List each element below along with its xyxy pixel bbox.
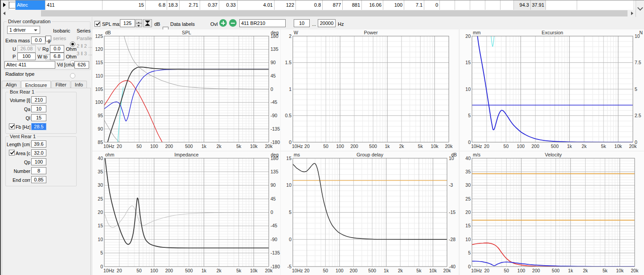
x-axis-tick: 10Hz: [103, 268, 115, 273]
row-checkbox[interactable]: [9, 2, 16, 8]
remove-overlay-button[interactable]: [229, 19, 237, 27]
freq-max-input[interactable]: 20000: [318, 19, 336, 27]
x-axis-tick: 10Hz: [292, 268, 303, 273]
driver-value-cell[interactable]: 0.33: [219, 0, 238, 10]
driver-value-cell[interactable]: 15: [103, 0, 146, 10]
left-unit-label: dB: [105, 30, 111, 35]
x-axis-tick: 100: [150, 144, 158, 149]
driver-value-cell[interactable]: 18.3: [167, 0, 180, 10]
row-select-arrow[interactable]: [1, 0, 9, 10]
power-chart: 00.511.5210Hz20501002005001k2k5k10k20kWP…: [281, 29, 459, 151]
x-axis-tick: 5k: [416, 268, 422, 273]
rg-input[interactable]: 0.0: [50, 45, 64, 53]
driver-value-cell[interactable]: 4.01: [238, 0, 275, 10]
box-rear-group: Box Rear 1 Volume [l]210Qa10Ql15Fb [Hz]2…: [5, 92, 77, 134]
empty-cell[interactable]: [440, 0, 455, 10]
driver-value-cell[interactable]: 7.1: [404, 0, 424, 10]
driver-name-field[interactable]: Altec 411: [4, 61, 55, 69]
x-axis-tick: 10k: [250, 144, 258, 149]
tab-filter[interactable]: Filter: [51, 81, 70, 88]
qa-input[interactable]: 10: [31, 105, 46, 112]
x-axis-tick: 100: [150, 268, 158, 273]
enclosure-sidebar: Driver configuration 1 driver Isobaric S…: [1, 17, 92, 275]
empty-cell[interactable]: [577, 0, 634, 10]
driver-value-cell[interactable]: 100: [383, 0, 404, 10]
driver-value-cell[interactable]: 0.8: [296, 0, 323, 10]
x-axis-tick: 200: [532, 268, 540, 273]
fb-hz--checkbox[interactable]: [9, 123, 15, 129]
vd-input[interactable]: 626: [74, 61, 89, 69]
driver-name-cell[interactable]: Altec: [16, 0, 45, 10]
power-impedance-unit: Ohm: [66, 54, 77, 59]
row-checkbox-cell[interactable]: [9, 0, 16, 10]
spinner-up-icon[interactable]: [135, 19, 142, 23]
driver-value-cell[interactable]: 881: [343, 0, 362, 10]
right-axis-tick: 90: [271, 182, 276, 188]
spl-max-spinner[interactable]: [135, 19, 142, 27]
driver-count-dropdown[interactable]: 1 driver: [7, 26, 40, 34]
x-axis-tick: 500: [369, 144, 377, 149]
power-plot: 00.511.5210Hz20501002005001k2k5k10k20kWP…: [281, 29, 459, 151]
param-label: Qa: [7, 107, 30, 112]
ql-input[interactable]: 15: [31, 114, 46, 121]
spinner-down-icon[interactable]: [135, 23, 142, 27]
power-input[interactable]: 100: [17, 53, 36, 60]
empty-cell[interactable]: [485, 0, 500, 10]
extra-mass-input[interactable]: 0.0: [31, 37, 45, 44]
spl-max-input[interactable]: 125: [120, 19, 135, 27]
param-label: Ql: [7, 115, 30, 121]
empty-cell[interactable]: [546, 0, 577, 10]
empty-cell[interactable]: [500, 0, 514, 10]
parallel-label: Parallel: [77, 36, 93, 41]
x-axis-tick: 20k: [445, 144, 453, 149]
driver-value-cell[interactable]: 2.71: [180, 0, 200, 10]
range-separator: ...: [312, 21, 316, 27]
area-cm2-checkbox[interactable]: [9, 150, 15, 156]
voltage-input[interactable]: 26.08: [17, 45, 36, 53]
spl-max-checkbox[interactable]: [94, 21, 100, 27]
tab-info[interactable]: Info: [71, 81, 87, 88]
driver-value-cell[interactable]: 16.06: [362, 0, 383, 10]
table-horizontal-scrollbar[interactable]: [1, 10, 636, 17]
power-label: P: [12, 54, 16, 59]
length-cm--input[interactable]: 39.6: [31, 140, 46, 148]
overlay-name-input[interactable]: 411 BR210: [239, 19, 286, 27]
x-axis-tick: 10k: [250, 268, 258, 273]
driver-value-cell[interactable]: 122: [275, 0, 296, 10]
config-2x2-radio[interactable]: [70, 73, 75, 78]
table-vertical-scrollbar[interactable]: [636, 0, 644, 17]
qp-input[interactable]: 100: [31, 158, 46, 165]
scrollbar-thumb[interactable]: [41, 10, 628, 16]
volume-l--input[interactable]: 210: [31, 96, 46, 103]
driver-table: Altec411156.818.32.710.370.334.011220.88…: [1, 0, 644, 17]
tab-align[interactable]: Align: [2, 81, 21, 88]
driver-model-cell[interactable]: 411: [45, 0, 103, 10]
scroll-left-button[interactable]: [1, 10, 8, 17]
right-unit-label: dB: [451, 152, 457, 157]
driver-table-row: Altec411156.818.32.710.370.334.011220.88…: [1, 0, 636, 10]
empty-cell[interactable]: [455, 0, 470, 10]
driver-value-cell[interactable]: 6.8: [146, 0, 167, 10]
area-cm2-input[interactable]: 32.0: [31, 149, 46, 156]
chart-title: Impedance: [174, 152, 198, 157]
scroll-right-button[interactable]: [628, 10, 636, 17]
x-axis-tick: 20k: [443, 268, 451, 273]
driver-value-cell[interactable]: 0.37: [200, 0, 219, 10]
autoscale-button[interactable]: [143, 19, 152, 27]
freq-min-input[interactable]: 10: [294, 19, 310, 27]
empty-cell[interactable]: [470, 0, 485, 10]
x-axis-tick: 20: [117, 268, 122, 273]
driver-value-cell[interactable]: 0: [424, 0, 440, 10]
end-corr-input[interactable]: 0.85: [31, 176, 46, 183]
add-overlay-button[interactable]: [219, 19, 227, 27]
number-input[interactable]: 8: [31, 167, 46, 174]
driver-value-cell[interactable]: 877: [323, 0, 343, 10]
param-label: Fb [Hz]: [16, 124, 30, 130]
scrollbar-track[interactable]: [8, 10, 628, 17]
y-axis-tick: 0: [468, 140, 471, 145]
y-axis-tick: 115: [95, 60, 103, 65]
power-impedance-input[interactable]: 6.8: [50, 53, 64, 60]
fb-hz--input[interactable]: 28.5: [31, 123, 46, 130]
x-axis-tick: 100: [336, 268, 344, 273]
y-axis-tick: 110: [95, 73, 103, 78]
